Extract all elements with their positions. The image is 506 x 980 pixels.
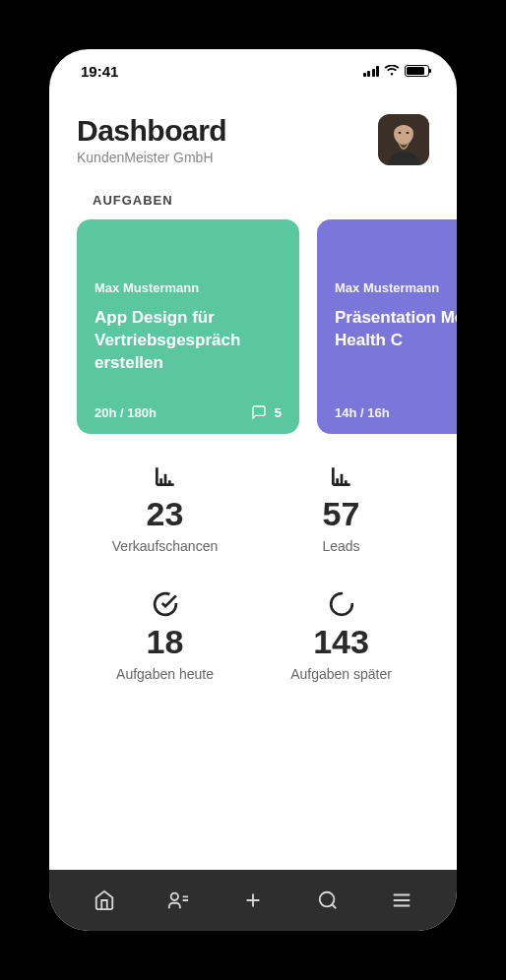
bar-chart-icon: [77, 463, 253, 489]
task-owner: Max Mustermann: [335, 280, 457, 295]
task-owner: Max Mustermann: [95, 280, 282, 295]
svg-point-3: [407, 132, 410, 134]
stat-value: 18: [77, 625, 253, 658]
task-cards-row[interactable]: Max Mustermann App Design für Vertriebsg…: [49, 219, 457, 434]
stat-label: Aufgaben heute: [77, 666, 253, 682]
stat-label: Aufgaben später: [253, 666, 429, 682]
nav-search[interactable]: [310, 883, 346, 918]
wifi-icon: [384, 65, 400, 77]
page-subtitle: KundenMeister GmbH: [77, 150, 226, 165]
task-title: App Design für Vertriebsgespräch erstell…: [95, 307, 282, 393]
svg-point-5: [319, 892, 334, 907]
task-hours: 14h / 16h: [335, 405, 390, 420]
stat-value: 143: [253, 625, 429, 658]
comment-icon: [251, 404, 267, 420]
stat-label: Leads: [253, 538, 429, 554]
stat-verkaufschancen[interactable]: 23 Verkaufschancen: [77, 463, 253, 554]
contacts-icon: [167, 889, 189, 911]
stat-label: Verkaufschancen: [77, 538, 253, 554]
nav-contacts[interactable]: [160, 883, 196, 918]
cellular-icon: [363, 66, 380, 77]
nav-home[interactable]: [87, 883, 122, 918]
stats-grid: 23 Verkaufschancen 57 Leads 18 Aufgaben …: [49, 434, 457, 682]
battery-icon: [405, 65, 429, 77]
nav-add[interactable]: [235, 883, 271, 918]
tasks-section-label: AUFGABEN: [49, 165, 457, 219]
search-icon: [317, 889, 339, 911]
task-hours: 20h / 180h: [95, 405, 157, 420]
stat-value: 23: [77, 497, 253, 530]
status-bar: 19:41: [49, 49, 457, 92]
bottom-nav: [49, 870, 457, 931]
svg-point-4: [171, 893, 178, 900]
phone-frame: 19:41 Dashboard KundenMeister GmbH: [49, 49, 457, 931]
avatar[interactable]: [378, 114, 429, 165]
menu-icon: [391, 889, 412, 911]
task-card[interactable]: Max Mustermann App Design für Vertriebsg…: [77, 219, 299, 434]
status-time: 19:41: [81, 63, 118, 80]
plus-icon: [242, 889, 264, 911]
avatar-image: [378, 114, 429, 165]
page-title: Dashboard: [77, 114, 226, 148]
task-card[interactable]: Max Mustermann Präsentation Medical Heal…: [317, 219, 457, 434]
svg-point-2: [399, 132, 402, 134]
bar-chart-icon: [253, 463, 429, 489]
check-circle-icon: [77, 591, 253, 617]
task-title: Präsentation Medical Health C: [335, 307, 457, 394]
task-comments: 5: [251, 404, 282, 420]
stat-aufgaben-spaeter[interactable]: 143 Aufgaben später: [253, 591, 429, 682]
header: Dashboard KundenMeister GmbH: [49, 92, 457, 165]
nav-menu[interactable]: [384, 883, 419, 918]
stat-value: 57: [253, 497, 429, 530]
home-icon: [94, 889, 115, 911]
stat-aufgaben-heute[interactable]: 18 Aufgaben heute: [77, 591, 253, 682]
task-comment-count: 5: [275, 405, 282, 420]
status-indicators: [363, 65, 430, 77]
progress-icon: [253, 591, 429, 617]
stat-leads[interactable]: 57 Leads: [253, 463, 429, 554]
